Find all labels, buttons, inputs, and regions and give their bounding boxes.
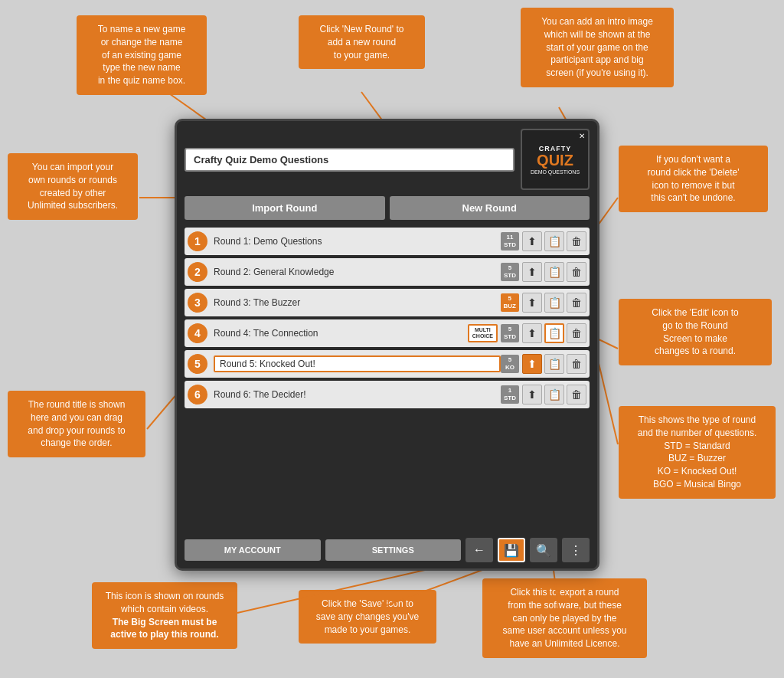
round-title-highlighted: Round 5: Knocked Out! (214, 355, 501, 372)
round-type-badge-highlighted: MULTICHOICE (468, 324, 498, 343)
round-number: 4 (188, 323, 207, 343)
tooltip-save: Click the 'Save' icon tosave any changes… (299, 590, 436, 644)
round-icons: ⬆ 📋 🗑 (522, 293, 586, 313)
table-row: 1 Round 1: Demo Questions 11STD ⬆ 📋 🗑 (185, 228, 590, 255)
round-title: Round 4: The Connection (214, 328, 468, 339)
round-number: 3 (188, 293, 207, 313)
round-icons: ⬆ 📋 🗑 (522, 262, 586, 282)
round-number: 6 (188, 385, 207, 405)
round-icons: ⬆ 📋 🗑 (522, 354, 586, 374)
logo-quiz-text: QUIZ (537, 152, 573, 168)
new-round-button[interactable]: New Round (390, 196, 590, 220)
more-icon[interactable]: ⋮ (562, 538, 590, 562)
table-row: 2 Round 2: General Knowledge 5STD ⬆ 📋 🗑 (185, 258, 590, 286)
edit-icon[interactable]: 📋 (544, 354, 564, 374)
app-window: ✕ CRAFTY QUIZ DEMO QUESTIONS Import Roun… (175, 119, 599, 571)
round-icons: ⬆ 📋 🗑 (522, 385, 586, 405)
tooltip-mid-right: If you don't want around click the 'Dele… (619, 146, 768, 212)
tooltip-export: Click this to export a roundfrom the sof… (482, 578, 647, 658)
upload-icon[interactable]: ⬆ (522, 231, 542, 251)
round-type-badge: 11STD (501, 232, 519, 251)
table-row: 4 Round 4: The Connection MULTICHOICE 5S… (185, 319, 590, 347)
button-row: Import Round New Round (185, 196, 590, 220)
upload-icon[interactable]: ⬆ (522, 323, 542, 343)
logo-crafty-text: CRAFTY (539, 145, 572, 152)
my-account-button[interactable]: MY ACCOUNT (185, 539, 321, 561)
round-type-badge: 5STD (501, 324, 519, 343)
tooltip-video-icon: This icon is shown on roundswhich contai… (92, 582, 237, 649)
delete-icon[interactable]: 🗑 (567, 293, 586, 313)
tooltip-edit-icon: Click the 'Edit' icon togo to the RoundS… (619, 299, 772, 365)
delete-icon[interactable]: 🗑 (567, 354, 586, 374)
edit-icon[interactable]: 📋 (544, 293, 564, 313)
settings-button[interactable]: SETTINGS (325, 539, 462, 561)
delete-icon[interactable]: 🗑 (567, 385, 586, 405)
round-title: Round 2: General Knowledge (214, 267, 501, 277)
upload-icon[interactable]: ⬆ (522, 385, 542, 405)
table-row: 6 Round 6: The Decider! 1STD ⬆ 📋 🗑 (185, 381, 590, 408)
edit-icon[interactable]: 📋 (544, 262, 564, 282)
round-number: 1 (188, 231, 207, 251)
close-icon[interactable]: ✕ (579, 132, 585, 140)
quiz-name-input[interactable] (185, 148, 514, 172)
save-icon[interactable]: 💾 (498, 538, 525, 562)
round-title: Round 6: The Decider! (214, 389, 501, 400)
app-header: ✕ CRAFTY QUIZ DEMO QUESTIONS (185, 129, 590, 190)
tooltip-bottom-left: The round title is shownhere and you can… (8, 391, 145, 457)
edit-icon-highlighted[interactable]: 📋 (544, 323, 564, 343)
import-round-button[interactable]: Import Round (185, 196, 385, 220)
delete-icon[interactable]: 🗑 (567, 262, 586, 282)
bottom-bar: MY ACCOUNT SETTINGS ← 💾 🔍 ⋮ (177, 532, 597, 568)
back-icon[interactable]: ← (466, 538, 493, 562)
round-type-badge: 5STD (501, 263, 519, 282)
delete-icon[interactable]: 🗑 (567, 323, 586, 343)
rounds-list: 1 Round 1: Demo Questions 11STD ⬆ 📋 🗑 2 … (185, 228, 590, 408)
round-type-badge: 5BUZ (501, 293, 519, 313)
tooltip-mid-left: You can import yourown rounds or roundsc… (8, 153, 138, 220)
round-title: Round 1: Demo Questions (214, 236, 501, 247)
upload-icon[interactable]: ⬆ (522, 262, 542, 282)
logo-demo-text: DEMO QUESTIONS (531, 169, 580, 175)
delete-icon[interactable]: 🗑 (567, 231, 586, 251)
table-row: 3 Round 3: The Buzzer 5BUZ ⬆ 📋 🗑 (185, 289, 590, 316)
logo-box: ✕ CRAFTY QUIZ DEMO QUESTIONS (521, 129, 590, 190)
round-icons: ⬆ 📋 🗑 (522, 231, 586, 251)
round-type-badge: 1STD (501, 385, 519, 405)
edit-icon[interactable]: 📋 (544, 231, 564, 251)
tooltip-top-right: You can add an intro imagewhich will be … (521, 8, 674, 87)
round-title: Round 3: The Buzzer (214, 297, 501, 308)
table-row: 5 Round 5: Knocked Out! 5KO ⬆ 📋 🗑 (185, 350, 590, 378)
edit-icon[interactable]: 📋 (544, 385, 564, 405)
search-icon[interactable]: 🔍 (530, 538, 557, 562)
tooltip-top-center: Click 'New Round' toadd a new roundto yo… (299, 15, 425, 69)
round-icons: ⬆ 📋 🗑 (522, 323, 586, 343)
tooltip-top-left: To name a new gameor change the nameof a… (77, 15, 207, 95)
round-type-badge: 5KO (501, 355, 519, 374)
round-number: 5 (188, 354, 207, 374)
tooltip-type-badge: This shows the type of roundand the numb… (619, 406, 776, 499)
round-number: 2 (188, 262, 207, 282)
upload-icon[interactable]: ⬆ (522, 293, 542, 313)
upload-icon-orange[interactable]: ⬆ (522, 354, 542, 374)
